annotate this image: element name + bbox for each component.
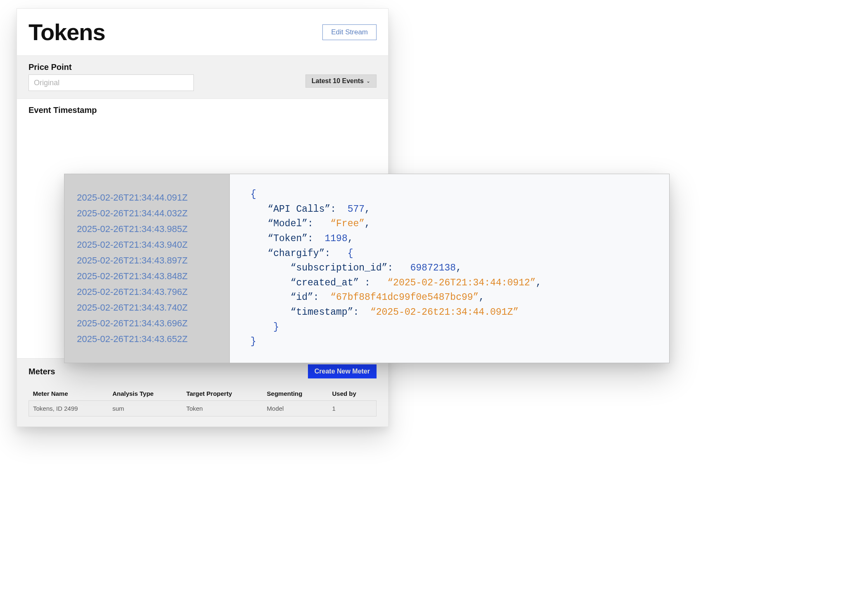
meter-cell-name: Tokens, ID 2499	[29, 401, 108, 416]
meter-cell-target: Token	[182, 401, 263, 416]
table-row[interactable]: Tokens, ID 2499 sum Token Model 1	[29, 401, 377, 416]
price-point-label: Price Point	[29, 62, 377, 72]
list-item[interactable]: 2025-02-26T21:34:44.032Z	[64, 206, 229, 221]
list-item[interactable]: 2025-02-26T21:34:43.897Z	[64, 253, 229, 268]
meter-cell-segmenting: Model	[263, 401, 328, 416]
edit-stream-button[interactable]: Edit Stream	[322, 24, 377, 40]
list-item[interactable]: 2025-02-26T21:34:43.848Z	[64, 268, 229, 284]
list-item[interactable]: 2025-02-26T21:34:43.696Z	[64, 316, 229, 331]
meters-col-target: Target Property	[182, 387, 263, 401]
list-item[interactable]: 2025-02-26T21:34:43.652Z	[64, 331, 229, 347]
list-item[interactable]: 2025-02-26T21:34:43.796Z	[64, 284, 229, 300]
price-point-input[interactable]	[29, 74, 194, 91]
list-item[interactable]: 2025-02-26T21:34:43.740Z	[64, 300, 229, 316]
meter-cell-usedby: 1	[328, 401, 377, 416]
meter-cell-analysis: sum	[108, 401, 182, 416]
meters-table: Meter Name Analysis Type Target Property…	[29, 387, 377, 416]
latest-events-dropdown-label: Latest 10 Events	[312, 77, 364, 85]
create-new-meter-button[interactable]: Create New Meter	[308, 364, 377, 378]
latest-events-dropdown[interactable]: Latest 10 Events ⌄	[305, 74, 377, 88]
meters-label: Meters	[29, 367, 55, 376]
meters-col-name: Meter Name	[29, 387, 108, 401]
meters-section: Meters Create New Meter Meter Name Analy…	[17, 358, 388, 426]
list-item[interactable]: 2025-02-26T21:34:44.091Z	[64, 190, 229, 206]
meters-col-analysis: Analysis Type	[108, 387, 182, 401]
price-point-section: Price Point Latest 10 Events ⌄	[17, 55, 388, 98]
meters-col-segmenting: Segmenting	[263, 387, 328, 401]
chevron-down-icon: ⌄	[366, 79, 370, 84]
meters-col-usedby: Used by	[328, 387, 377, 401]
page-title: Tokens	[29, 19, 105, 45]
timestamp-list: 2025-02-26T21:34:44.091Z 2025-02-26T21:3…	[64, 174, 230, 363]
event-detail-overlay: 2025-02-26T21:34:44.091Z 2025-02-26T21:3…	[64, 174, 670, 363]
stream-header: Tokens Edit Stream	[17, 9, 388, 55]
list-item[interactable]: 2025-02-26T21:34:43.985Z	[64, 221, 229, 237]
list-item[interactable]: 2025-02-26T21:34:43.940Z	[64, 237, 229, 253]
event-timestamp-label: Event Timestamp	[29, 105, 377, 115]
event-json-view: { “API Calls”: 577, “Model”: “Free”, “To…	[230, 174, 669, 363]
